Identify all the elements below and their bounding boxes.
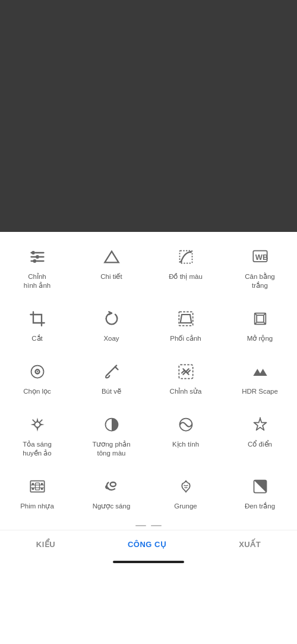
wb-icon: WB — [248, 245, 272, 269]
svg-text:WB: WB — [255, 253, 267, 262]
svg-rect-3 — [39, 256, 44, 257]
tool-xoay[interactable]: Xoay — [74, 299, 148, 351]
tool-label: Tỏa sánghuyền ảo — [23, 440, 52, 458]
tools-panel: Chỉnhhình ảnh Chi tiết Đồ thị màu — [0, 232, 297, 566]
tool-label: Cắt — [31, 334, 43, 343]
svg-rect-5 — [36, 260, 44, 262]
tools-grid: Chỉnhhình ảnh Chi tiết Đồ thị màu — [0, 237, 297, 519]
expand-icon — [248, 307, 272, 331]
tool-label: Đen trắng — [245, 502, 275, 511]
svg-point-7 — [36, 255, 39, 259]
divider-dots — [0, 519, 297, 530]
drama-icon — [174, 413, 198, 436]
svg-rect-14 — [33, 315, 42, 323]
tool-label: Xoay — [103, 334, 119, 343]
home-indicator — [0, 556, 297, 566]
grunge-icon — [174, 475, 198, 498]
tool-label: Tương phảntông màu — [92, 440, 130, 458]
curve-icon — [174, 245, 198, 269]
tool-phoi-canh[interactable]: Phối cảnh — [148, 299, 223, 351]
vintage-icon — [248, 413, 272, 436]
tool-do-thi-mau[interactable]: Đồ thị màu — [148, 237, 223, 299]
svg-rect-18 — [257, 315, 264, 322]
tool-label: Ngược sáng — [93, 502, 131, 511]
tool-can-bang-trang[interactable]: WB Cân bằngtrắng — [223, 237, 297, 299]
tool-grunge[interactable]: Grunge — [148, 466, 223, 519]
rotate-icon — [100, 307, 124, 331]
tool-co-dien[interactable]: Cổ điển — [223, 404, 297, 466]
brush-icon — [100, 360, 124, 384]
svg-point-50 — [110, 482, 115, 486]
tool-chon-loc[interactable]: Chọn lọc — [0, 351, 74, 404]
bw-icon — [248, 475, 272, 498]
tool-cat[interactable]: Cắt — [0, 299, 74, 351]
svg-point-6 — [31, 251, 35, 255]
tool-label: Chọn lọc — [23, 387, 51, 396]
tool-label: Phối cảnh — [170, 334, 201, 343]
tone-icon — [100, 413, 124, 436]
tool-label: HDR Scape — [242, 387, 278, 396]
tool-toa-sang-huyen-ao[interactable]: Tỏa sánghuyền ảo — [0, 404, 74, 466]
tool-label: Mở rộng — [247, 334, 273, 343]
tool-tuong-phan-tong-mau[interactable]: Tương phảntông màu — [74, 404, 148, 466]
tab-xuat[interactable]: XUẤT — [227, 538, 273, 551]
tool-label: Phim nhựa — [20, 502, 54, 511]
tool-hdr-scape[interactable]: HDR Scape — [223, 351, 297, 404]
divider-dot-2 — [151, 525, 162, 526]
selective-icon — [26, 360, 49, 384]
tool-chi-tiet[interactable]: Chi tiết — [74, 237, 148, 299]
tab-cong-cu[interactable]: CÔNG CỤ — [116, 538, 179, 551]
tool-phim-nhua[interactable]: Phim nhựa — [0, 466, 74, 519]
hdr-icon — [248, 360, 272, 384]
svg-marker-30 — [39, 423, 44, 426]
tool-den-trang[interactable]: Đen trắng — [223, 466, 297, 519]
tool-label: Bút vẽ — [102, 387, 121, 396]
perspective-icon — [174, 307, 198, 331]
tool-nguoc-sang[interactable]: Ngược sáng — [74, 466, 148, 519]
svg-marker-40 — [254, 418, 266, 430]
tool-kich-tinh[interactable]: Kịch tính — [148, 404, 223, 466]
tool-label: Chi tiết — [100, 272, 122, 281]
triangle-icon — [100, 245, 124, 269]
tool-chinh-hinh-anh[interactable]: Chỉnhhình ảnh — [0, 237, 74, 299]
svg-line-26 — [115, 367, 118, 370]
svg-marker-31 — [36, 426, 39, 431]
tool-label: Grunge — [174, 502, 197, 511]
svg-point-25 — [36, 371, 37, 372]
tab-kieu[interactable]: KIỂU — [24, 538, 67, 551]
tool-chinh-sua[interactable]: Chỉnh sửa — [148, 351, 223, 404]
svg-line-33 — [32, 419, 35, 422]
svg-point-8 — [33, 259, 36, 263]
tool-label: Cân bằngtrắng — [245, 272, 274, 290]
svg-point-10 — [180, 260, 182, 263]
svg-line-34 — [39, 419, 42, 422]
photo-preview — [0, 0, 297, 232]
home-bar — [113, 561, 184, 563]
tool-but-ve[interactable]: Bút vẽ — [74, 351, 148, 404]
divider-dot-1 — [135, 525, 146, 526]
svg-rect-47 — [35, 483, 39, 490]
svg-point-11 — [189, 251, 192, 253]
tool-label: Chỉnhhình ảnh — [24, 272, 50, 290]
tool-label: Cổ điển — [248, 440, 272, 449]
svg-marker-16 — [180, 315, 191, 323]
svg-marker-32 — [30, 423, 36, 426]
glamour-icon — [26, 413, 49, 436]
sliders-icon — [26, 245, 49, 269]
tool-label: Kịch tính — [172, 440, 199, 449]
tool-mo-rong[interactable]: Mở rộng — [223, 299, 297, 351]
svg-rect-1 — [34, 252, 44, 253]
healing-icon — [174, 360, 198, 384]
svg-point-28 — [34, 422, 40, 427]
crop-icon — [26, 307, 49, 331]
svg-marker-29 — [36, 417, 39, 423]
tool-label: Đồ thị màu — [169, 272, 203, 281]
bottom-tabs: KIỂU CÔNG CỤ XUẤT — [0, 530, 297, 556]
tool-label: Chỉnh sửa — [170, 387, 202, 396]
noir-icon — [100, 475, 124, 498]
film-icon — [26, 475, 49, 498]
